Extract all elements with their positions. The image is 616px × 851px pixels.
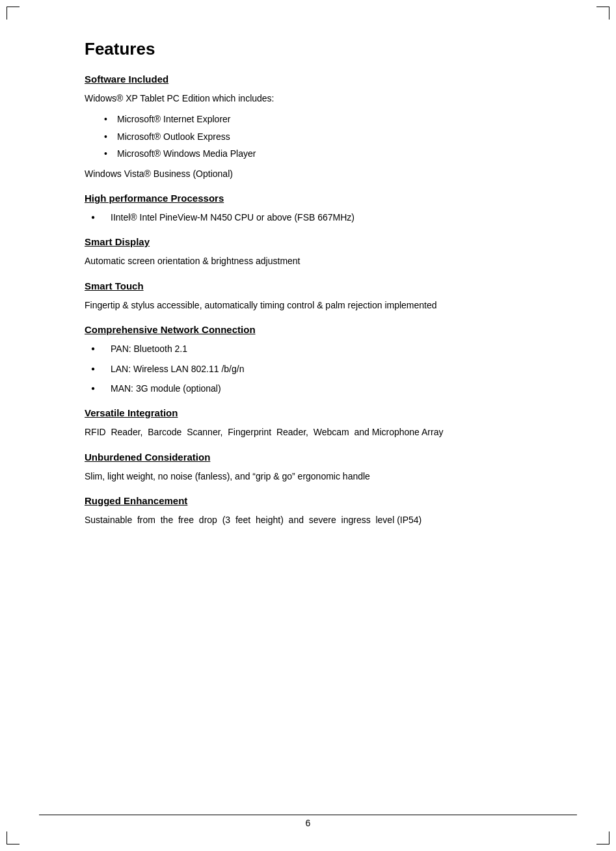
heading-high-performance: High performance Processors bbox=[85, 193, 564, 204]
list-item: Microsoft® Windows Media Player bbox=[104, 146, 564, 161]
page-container: Features Software Included Widows® XP Ta… bbox=[0, 0, 616, 851]
section-high-performance: High performance Processors IIntel® Inte… bbox=[85, 193, 564, 224]
section-smart-touch: Smart Touch Fingertip & stylus accessibl… bbox=[85, 280, 564, 312]
footer-line bbox=[39, 815, 577, 815]
list-item: IIntel® Intel PineView-M N450 CPU or abo… bbox=[91, 210, 564, 224]
section-unburdened-consideration: Unburdened Consideration Slim, light wei… bbox=[85, 452, 564, 483]
section-software-included: Software Included Widows® XP Tablet PC E… bbox=[85, 74, 564, 181]
list-item: MAN: 3G module (optional) bbox=[91, 381, 564, 396]
page-number: 6 bbox=[306, 818, 311, 828]
versatile-integration-text: RFID Reader, Barcode Scanner, Fingerprin… bbox=[85, 425, 564, 439]
smart-touch-text: Fingertip & stylus accessible, automatic… bbox=[85, 298, 564, 312]
software-extra: Windows Vista® Business (Optional) bbox=[85, 167, 564, 181]
heading-network-connection: Comprehensive Network Connection bbox=[85, 324, 564, 335]
rugged-text: Sustainable from the free drop (3 feet h… bbox=[85, 513, 564, 527]
section-smart-display: Smart Display Automatic screen orientati… bbox=[85, 236, 564, 268]
section-network-connection: Comprehensive Network Connection PAN: Bl… bbox=[85, 324, 564, 396]
section-versatile-integration: Versatile Integration RFID Reader, Barco… bbox=[85, 407, 564, 439]
software-intro: Widows® XP Tablet PC Edition which inclu… bbox=[85, 91, 564, 105]
processors-dot-list: IIntel® Intel PineView-M N450 CPU or abo… bbox=[91, 210, 564, 224]
corner-mark-bottom-left bbox=[7, 831, 20, 844]
corner-mark-bottom-right bbox=[596, 831, 609, 844]
page-title: Features bbox=[85, 39, 564, 59]
heading-rugged-enhancement: Rugged Enhancement bbox=[85, 495, 564, 506]
list-item: LAN: Wireless LAN 802.11 /b/g/n bbox=[91, 362, 564, 376]
heading-smart-touch: Smart Touch bbox=[85, 280, 564, 291]
corner-mark-top-left bbox=[7, 7, 20, 20]
heading-unburdened-consideration: Unburdened Consideration bbox=[85, 452, 564, 463]
software-bullet-list: Microsoft® Internet Explorer Microsoft® … bbox=[104, 112, 564, 161]
list-item: PAN: Bluetooth 2.1 bbox=[91, 342, 564, 356]
list-item: Microsoft® Internet Explorer bbox=[104, 112, 564, 126]
smart-display-text: Automatic screen orientation & brightnes… bbox=[85, 254, 564, 268]
section-rugged-enhancement: Rugged Enhancement Sustainable from the … bbox=[85, 495, 564, 527]
network-dot-list: PAN: Bluetooth 2.1 LAN: Wireless LAN 802… bbox=[91, 342, 564, 396]
list-item: Microsoft® Outlook Express bbox=[104, 129, 564, 144]
corner-mark-top-right bbox=[596, 7, 609, 20]
heading-software-included: Software Included bbox=[85, 74, 564, 85]
heading-versatile-integration: Versatile Integration bbox=[85, 407, 564, 418]
heading-smart-display: Smart Display bbox=[85, 236, 564, 247]
unburdened-text: Slim, light weight, no noise (fanless), … bbox=[85, 469, 564, 483]
